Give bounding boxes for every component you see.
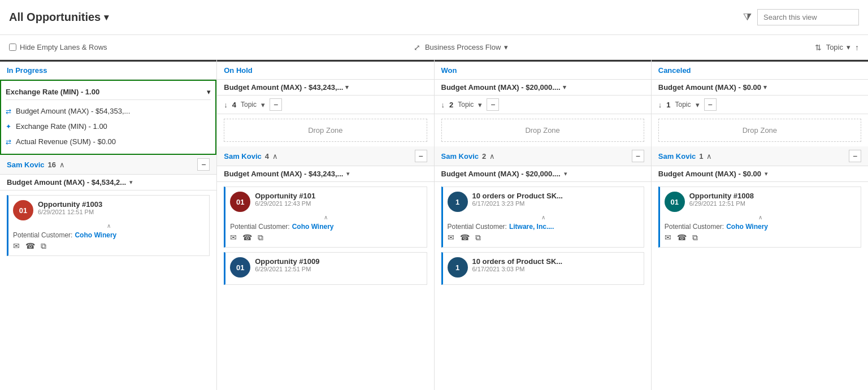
card-header: 01 Opportunity #1003 6/29/2021 12:51 PM [13,200,205,220]
sort-count-row-won: ↓ 2 Topic ▾ − [435,96,651,114]
drop-zone-on-hold[interactable]: Drop Zone [224,119,427,142]
email-icon[interactable]: ✉ [13,241,20,251]
phone-icon[interactable]: ☎ [25,241,35,251]
email-icon[interactable]: ✉ [448,233,454,242]
copy-icon[interactable]: ⧉ [41,241,46,251]
opportunity-card: 01 Opportunity #1003 6/29/2021 12:51 PM … [7,195,210,256]
agg-top-caret[interactable]: ▾ [563,84,566,91]
avatar: 01 [230,257,250,278]
card-info: 10 orders or Product SK... 6/17/2021 3:2… [472,192,639,207]
cards-area-in-progress: 01 Opportunity #1003 6/29/2021 12:51 PM … [0,190,216,265]
card-expand-button[interactable]: ∧ [665,214,856,220]
lane-header-in-progress: In Progress [0,60,216,80]
dropdown-item-0[interactable]: ⇄ Budget Amount (MAX) - $54,353,... [6,103,211,119]
swimlane-agg-row-on-hold: Budget Amount (MAX) - $43,243,... ▾ [217,166,433,182]
swimlane-header-won-sam: Sam Kovic 2 ∧ − [435,146,651,166]
agg-caret[interactable]: ▾ [765,170,768,177]
opportunity-card: 1 10 orders of Product SK... 6/17/2021 3… [441,252,644,285]
copy-icon[interactable]: ⧉ [692,233,698,242]
swimlane-collapse-button[interactable]: − [849,150,861,162]
swimlane-header-left: Sam Kovic 16 ∧ [7,161,65,169]
toolbar-right: ⇅ Topic ▾ ↑ [815,43,859,52]
agg-caret[interactable]: ▾ [564,170,567,177]
drop-zone-won[interactable]: Drop Zone [441,119,644,142]
drop-zone-canceled[interactable]: Drop Zone [658,119,861,142]
toolbar-center: ⤢ Business Process Flow ▾ [119,43,804,52]
sort-down-icon: ↓ [441,101,445,109]
swimlane-collapse-button[interactable]: − [632,150,644,162]
card-actions: ✉ ☎ ⧉ [665,233,856,242]
agg-top-row-won: Budget Amount (MAX) - $20,000.... ▾ [435,80,651,96]
agg-caret[interactable]: ▾ [346,170,350,177]
copy-icon[interactable]: ⧉ [475,233,481,242]
card-header: 01 Opportunity #1009 6/29/2021 12:51 PM [230,257,422,278]
hide-empty-checkbox[interactable] [9,44,16,51]
hide-empty-toggle[interactable]: Hide Empty Lanes & Rows [9,43,107,51]
title-caret[interactable]: ▾ [104,12,108,23]
agg-top-caret[interactable]: ▾ [345,84,349,91]
dropdown-item-1[interactable]: ✦ Exchange Rate (MIN) - 1.00 [6,119,211,134]
lane-header-won: Won [435,60,651,80]
business-process-flow-button[interactable]: Business Process Flow ▾ [425,43,508,51]
opportunity-card: 01 Opportunity #1008 6/29/2021 12:51 PM … [658,187,861,248]
avatar: 01 [665,192,685,212]
email-icon[interactable]: ✉ [230,233,237,242]
phone-icon[interactable]: ☎ [677,233,687,242]
card-expand-button[interactable]: ∧ [230,214,422,220]
sort-count-row-on-hold: ↓ 4 Topic ▾ − [217,96,433,114]
swimlane-header-right: − [415,150,427,162]
topic-dropdown[interactable]: ▾ [261,101,265,109]
flow-icon: ⤢ [414,43,420,52]
swimlane-expand-icon[interactable]: ∧ [272,152,278,161]
sort-arrows-icon[interactable]: ⇅ [815,43,822,52]
avatar: 01 [230,192,250,212]
card-info: 10 orders of Product SK... 6/17/2021 3:0… [472,257,639,272]
swimlane-header-on-hold-sam: Sam Kovic 4 ∧ − [217,146,433,166]
topic-dropdown[interactable]: ▾ [478,101,482,109]
swimlane-header-left: Sam Kovic 2 ∧ [441,152,496,161]
copy-icon[interactable]: ⧉ [258,233,263,242]
swimlane-expand-icon[interactable]: ∧ [706,152,712,161]
swimlane-collapse-button[interactable]: − [197,158,210,171]
lane-won: Won Budget Amount (MAX) - $20,000.... ▾ … [435,60,652,390]
swimlane-header-right: − [849,150,861,162]
card-info: Opportunity #1008 6/29/2021 12:51 PM [689,192,856,207]
opportunity-card: 01 Opportunity #1009 6/29/2021 12:51 PM [224,252,427,285]
swimlane-header-in-progress-sam: Sam Kovic 16 ∧ − [0,155,216,175]
swimlane-expand-icon[interactable]: ∧ [489,152,495,161]
swimlane-header-right: − [197,158,210,171]
agg-caret[interactable]: ▾ [129,179,133,186]
dropdown-caret[interactable]: ▾ [207,88,211,96]
dropdown-item-icon-1: ✦ [6,123,11,131]
topic-button[interactable]: Topic ▾ [826,43,850,51]
topic-dropdown[interactable]: ▾ [696,101,700,109]
lane-collapse-btn[interactable]: − [270,98,282,111]
lane-collapse-btn[interactable]: − [704,98,717,111]
lane-collapse-btn[interactable]: − [487,98,499,111]
opportunity-card: 1 10 orders or Product SK... 6/17/2021 3… [441,187,644,248]
card-expand-button[interactable]: ∧ [448,214,639,220]
filter-icon[interactable]: ⧩ [743,11,752,23]
card-expand-button[interactable]: ∧ [13,223,205,229]
agg-top-value: Budget Amount (MAX) - $0.00 ▾ [658,83,767,92]
flow-caret-icon: ▾ [504,43,508,51]
search-input[interactable] [757,9,859,25]
swimlane-expand-icon[interactable]: ∧ [59,161,65,169]
swimlane-collapse-button[interactable]: − [415,150,427,162]
card-customer-row: Potential Customer: Litware, Inc.... [448,223,639,231]
lane-canceled: Canceled Budget Amount (MAX) - $0.00 ▾ ↓… [652,60,868,390]
email-icon[interactable]: ✉ [665,233,671,242]
agg-top-row-canceled: Budget Amount (MAX) - $0.00 ▾ [652,80,868,96]
card-header: 1 10 orders or Product SK... 6/17/2021 3… [448,192,639,212]
sort-up-icon[interactable]: ↑ [855,43,859,52]
phone-icon[interactable]: ☎ [242,233,252,242]
card-customer-row: Potential Customer: Coho Winery [13,231,205,239]
toolbar-left: Hide Empty Lanes & Rows [9,43,107,51]
phone-icon[interactable]: ☎ [460,233,470,242]
agg-top-caret[interactable]: ▾ [763,84,767,91]
dropdown-item-icon-0: ⇄ [6,107,11,115]
dropdown-item-2[interactable]: ⇄ Actual Revenue (SUM) - $0.00 [6,134,211,149]
card-header: 01 Opportunity #1008 6/29/2021 12:51 PM [665,192,856,212]
lane-in-progress: In Progress Exchange Rate (MIN) - 1.00 ▾… [0,60,217,390]
dropdown-card-header: Exchange Rate (MIN) - 1.00 ▾ [6,85,211,100]
